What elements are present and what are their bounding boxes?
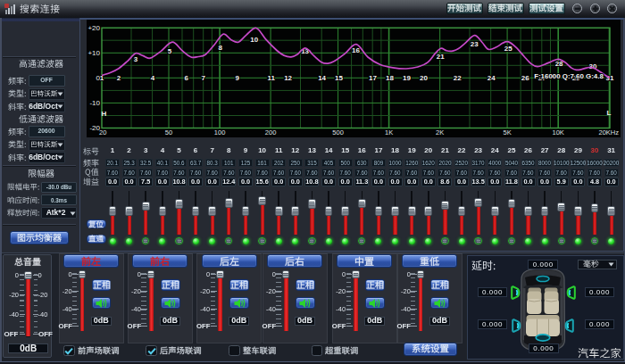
svg-text:10K: 10K [553, 128, 564, 136]
svg-text:4: 4 [151, 74, 155, 82]
svg-text:F:16000 Q:7.60 G:4.8: F:16000 Q:7.60 G:4.8 [534, 72, 604, 80]
svg-text:1K: 1K [385, 128, 393, 136]
svg-text:10: 10 [250, 36, 258, 44]
svg-text:25: 25 [504, 45, 512, 53]
svg-text:200: 200 [265, 128, 277, 136]
svg-text:6: 6 [185, 74, 189, 82]
svg-text:5K: 5K [504, 128, 512, 136]
svg-text:16: 16 [352, 46, 360, 54]
svg-text:2: 2 [117, 74, 121, 82]
svg-text:18: 18 [386, 74, 394, 82]
svg-text:15: 15 [335, 74, 343, 82]
svg-text:50: 50 [165, 128, 172, 136]
svg-text:24: 24 [488, 74, 496, 82]
svg-text:8: 8 [219, 44, 223, 52]
svg-text:-10: -10 [89, 99, 100, 107]
svg-text:23: 23 [471, 40, 479, 48]
svg-text:3: 3 [134, 55, 138, 63]
svg-text:7: 7 [202, 74, 206, 82]
svg-text:500: 500 [332, 128, 344, 136]
svg-text:+10: +10 [88, 49, 100, 57]
svg-text:17: 17 [369, 74, 377, 82]
svg-text:L: L [607, 109, 612, 117]
svg-text:22: 22 [454, 74, 462, 82]
svg-text:20: 20 [99, 128, 106, 136]
svg-text:14: 14 [318, 74, 326, 82]
svg-text:+20: +20 [88, 24, 100, 32]
svg-text:0: 0 [96, 74, 101, 82]
svg-text:5: 5 [168, 47, 172, 55]
svg-text:9: 9 [235, 74, 239, 82]
svg-text:26: 26 [521, 74, 529, 82]
svg-text:H: H [102, 110, 107, 118]
svg-text:20KHz: 20KHz [598, 128, 619, 136]
svg-text:2K: 2K [436, 128, 444, 136]
svg-text:21: 21 [437, 53, 445, 61]
svg-text:12: 12 [284, 74, 292, 82]
svg-text:19: 19 [403, 74, 411, 82]
svg-text:11: 11 [267, 74, 275, 82]
svg-text:20: 20 [420, 74, 428, 82]
svg-text:100: 100 [214, 128, 226, 136]
